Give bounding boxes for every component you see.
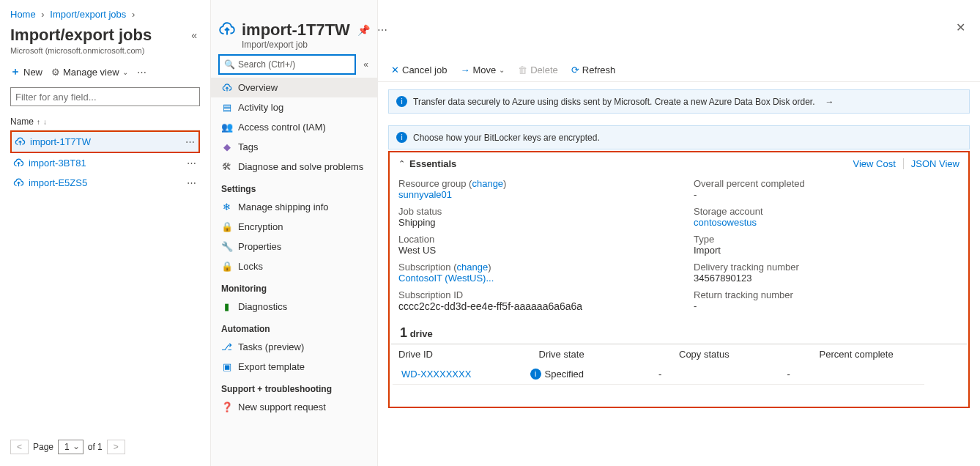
info-banner-bitlocker[interactable]: i Choose how your BitLocker keys are enc…	[388, 125, 970, 149]
nav-support-request[interactable]: ❓ New support request	[211, 397, 377, 417]
info-text: Transfer data securely to Azure using di…	[413, 97, 814, 107]
ret-label: Return tracking number	[694, 289, 959, 300]
nav-properties[interactable]: 🔧 Properties	[211, 237, 377, 256]
type-label: Type	[694, 234, 959, 245]
sub-label: Subscription	[398, 262, 451, 273]
row-more-icon[interactable]: ⋯	[187, 177, 197, 188]
template-icon: ▣	[221, 361, 232, 372]
collapse-left-icon[interactable]: «	[188, 26, 200, 44]
breadcrumb-jobs[interactable]: Import/export jobs	[50, 9, 126, 20]
essentials-header[interactable]: ⌃ Essentials View Cost JSON View	[390, 152, 968, 172]
cancel-job-button[interactable]: ✕ Cancel job	[391, 64, 447, 75]
diagnostics-icon: ▮	[221, 301, 232, 312]
breadcrumb-home[interactable]: Home	[10, 9, 36, 20]
nav-diagnostics[interactable]: ▮ Diagnostics	[211, 297, 377, 317]
nav-tags[interactable]: ◆ Tags	[211, 137, 377, 157]
cloud-up-icon	[15, 136, 26, 147]
row-more-icon[interactable]: ⋯	[185, 136, 196, 147]
change-rg-link[interactable]: change	[472, 178, 503, 189]
filter-input[interactable]	[10, 87, 200, 106]
action-label: Delete	[530, 64, 558, 75]
status-label: Job status	[398, 206, 664, 217]
json-view-link[interactable]: JSON View	[903, 158, 959, 169]
collapse-nav-icon[interactable]: «	[362, 58, 370, 71]
job-row[interactable]: import-3BT81 ⋯	[10, 153, 200, 173]
name-column-header[interactable]: Name ↑ ↓	[10, 114, 200, 130]
tasks-icon: ⎇	[221, 341, 232, 352]
gear-icon: ⚙	[51, 67, 60, 78]
new-button[interactable]: ＋ New	[10, 65, 42, 78]
view-cost-link[interactable]: View Cost	[853, 158, 895, 169]
cloud-up-icon	[218, 21, 236, 38]
nav-shipping[interactable]: ❄ Manage shipping info	[211, 197, 377, 217]
wrench-icon: 🛠	[221, 161, 232, 172]
nav-diagnose[interactable]: 🛠 Diagnose and solve problems	[211, 157, 377, 177]
nav-scroll[interactable]: Overview ▤ Activity log 👥 Access control…	[211, 78, 377, 466]
nav-activity-log[interactable]: ▤ Activity log	[211, 97, 377, 117]
drives-header: 1 drive	[391, 321, 967, 344]
rg-value[interactable]: sunnyvale01	[398, 189, 452, 200]
nav-encryption[interactable]: 🔒 Encryption	[211, 217, 377, 237]
cloud-up-icon	[13, 177, 24, 188]
col-drive-id: Drive ID	[398, 349, 539, 360]
move-icon: →	[460, 64, 469, 75]
next-page-button[interactable]: >	[107, 440, 125, 454]
action-label: Refresh	[582, 64, 616, 75]
page-select[interactable]: 1	[58, 440, 83, 454]
activity-log-icon: ▤	[221, 102, 232, 113]
job-row[interactable]: import-E5ZS5 ⋯	[10, 173, 200, 193]
drive-id-link[interactable]: WD-XXXXXXXX	[401, 369, 471, 380]
nav-tasks[interactable]: ⎇ Tasks (preview)	[211, 337, 377, 357]
deliv-label: Delivery tracking number	[694, 262, 959, 273]
more-icon[interactable]: ⋯	[377, 24, 387, 36]
manage-view-button[interactable]: ⚙ Manage view ⌄	[51, 67, 128, 78]
sub-value[interactable]: ContosoIT (WestUS)...	[398, 273, 494, 284]
lock-icon: 🔒	[221, 261, 232, 272]
people-icon: 👥	[221, 122, 232, 133]
nav-iam[interactable]: 👥 Access control (IAM)	[211, 117, 377, 137]
info-banner-databox[interactable]: i Transfer data securely to Azure using …	[388, 89, 970, 114]
cancel-icon: ✕	[391, 64, 399, 75]
refresh-button[interactable]: ⟳ Refresh	[571, 64, 616, 75]
job-name: import-1T7TW	[30, 136, 91, 147]
more-button[interactable]: ⋯	[137, 67, 146, 78]
sa-value[interactable]: contosowestus	[694, 217, 757, 228]
drive-state: Specified	[545, 369, 584, 380]
nav-label: Overview	[238, 82, 278, 93]
drive-row[interactable]: WD-XXXXXXXX i Specified - -	[393, 364, 924, 385]
pin-icon[interactable]: 📌	[357, 24, 370, 36]
support-icon: ❓	[221, 402, 232, 413]
subid-label: Subscription ID	[398, 289, 664, 300]
move-button[interactable]: → Move ⌄	[460, 64, 505, 75]
delete-button: 🗑 Delete	[518, 64, 558, 75]
nav-locks[interactable]: 🔒 Locks	[211, 256, 377, 276]
sort-extra-icon: ↓	[43, 118, 47, 126]
pct-label: Overall percent completed	[694, 178, 959, 189]
copy-status: -	[658, 369, 787, 380]
plus-icon: ＋	[10, 65, 21, 78]
page-title: Import/export jobs	[10, 26, 152, 45]
loc-label: Location	[398, 234, 664, 245]
detail-toolbar: ✕ Cancel job → Move ⌄ 🗑 Delete ⟳ Refresh	[378, 57, 980, 82]
job-row[interactable]: import-1T7TW ⋯	[10, 130, 200, 153]
detail-subtype: Import/export job	[242, 40, 387, 50]
manage-view-label: Manage view	[63, 67, 119, 78]
nav-label: Tags	[238, 141, 258, 152]
drive-count: 1	[400, 325, 407, 340]
info-icon: i	[396, 96, 407, 107]
row-more-icon[interactable]: ⋯	[187, 158, 197, 169]
cloud-up-icon	[221, 82, 232, 93]
status-value: Shipping	[398, 217, 664, 228]
action-label: Cancel job	[402, 64, 447, 75]
change-sub-link[interactable]: change	[457, 262, 489, 273]
prev-page-button[interactable]: <	[10, 440, 29, 454]
close-icon[interactable]: ✕	[956, 21, 965, 34]
nav-overview[interactable]: Overview	[211, 78, 377, 97]
drive-word: drive	[410, 328, 433, 339]
col-drive-state: Drive state	[539, 349, 680, 360]
lock-icon: 🔒	[221, 221, 232, 232]
nav-export-template[interactable]: ▣ Export template	[211, 357, 377, 377]
search-input[interactable]: 🔍 Search (Ctrl+/)	[218, 54, 356, 75]
sa-label: Storage account	[694, 206, 959, 217]
page-label: Page	[33, 442, 53, 452]
